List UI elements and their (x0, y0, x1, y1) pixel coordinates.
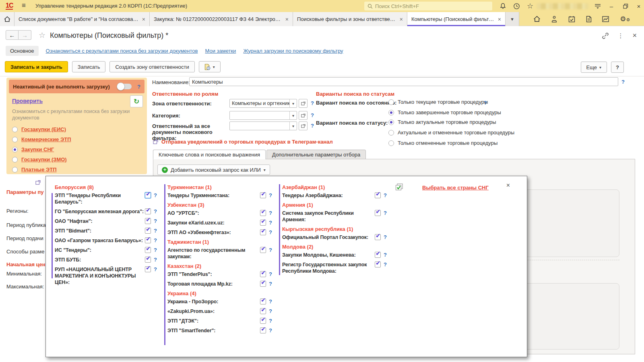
radio-button[interactable] (12, 157, 18, 162)
help-icon[interactable]: ? (154, 247, 157, 253)
help-icon[interactable]: ? (154, 257, 157, 263)
source-radio-row[interactable]: Коммерческие ЭТП (12, 134, 71, 144)
status-radio-row[interactable]: Только завершенные торговые процедуры (388, 109, 501, 115)
help-icon[interactable]: ? (269, 271, 272, 277)
document-tab[interactable]: Закупка: № 0127200000220003117 ФЗ 44 Эле… (150, 12, 293, 26)
save-close-button[interactable]: Записать и закрыть (5, 61, 68, 72)
platform-checkbox[interactable]: ✔ (145, 266, 151, 272)
radio-button[interactable] (12, 167, 18, 173)
open-frame-icon[interactable] (35, 180, 41, 185)
tab-close-icon[interactable]: × (285, 16, 289, 23)
document-tab[interactable]: Поисковые фильтры и зоны ответственности… (293, 12, 407, 26)
help-icon[interactable]: ? (311, 123, 314, 129)
help-icon[interactable]: ? (484, 100, 487, 106)
source-radio-row[interactable]: Госзакупки (ЕИС) (12, 124, 71, 134)
reports-chart-icon[interactable] (602, 16, 609, 22)
radio-button[interactable] (388, 99, 394, 105)
help-icon[interactable]: ? (269, 220, 272, 226)
help-icon[interactable]: ? (154, 208, 157, 214)
help-icon[interactable]: ? (137, 84, 140, 90)
form-tab[interactable]: Дополнительные параметры отбора (266, 150, 366, 159)
source-radio-row[interactable]: Закупки СНГ (12, 144, 71, 154)
settings-gears-icon[interactable]: ⚙⚙ (620, 15, 630, 23)
main-menu-icon[interactable]: ≡ (22, 2, 26, 10)
contractors-icon[interactable] (551, 16, 557, 23)
platform-checkbox[interactable]: ✔ (260, 210, 266, 216)
radio-button[interactable] (388, 130, 394, 136)
source-link[interactable]: Закупки СНГ (21, 146, 54, 152)
source-link[interactable]: Коммерческие ЭТП (21, 136, 71, 142)
help-icon[interactable]: ? (384, 261, 387, 267)
forward-button[interactable]: → (19, 30, 31, 40)
inactive-toggle[interactable] (118, 84, 132, 89)
status-radio-row[interactable]: Только текущие торговые процедуры (388, 99, 488, 105)
radio-button[interactable] (388, 140, 394, 146)
document-tab[interactable]: Компьютеры (Поисковый фильтр) *× (407, 12, 506, 26)
platform-checkbox[interactable]: ✔ (375, 192, 381, 198)
tools-settings-icon[interactable] (593, 2, 602, 10)
help-icon[interactable]: ? (384, 192, 387, 198)
telegram-link-row[interactable]: Отправка уведомлений о торговых процедур… (153, 139, 333, 145)
platform-checkbox[interactable]: ✔ (260, 220, 266, 226)
report-dropdown-button[interactable]: ▾ (199, 61, 221, 72)
create-zone-button[interactable]: Создать зону ответственности (109, 61, 194, 72)
more-actions-icon[interactable]: ⋮ (617, 32, 623, 39)
help-icon[interactable]: ? (384, 210, 387, 216)
refresh-button[interactable]: ↻ (130, 95, 143, 107)
document-tab[interactable]: Список документов "В работе" и "На согла… (14, 12, 150, 26)
more-button[interactable]: Еще▾ (581, 62, 607, 73)
help-icon[interactable]: ? (154, 218, 157, 224)
history-icon[interactable] (512, 2, 521, 10)
platform-checkbox[interactable]: ✔ (260, 327, 266, 333)
help-icon[interactable]: ? (384, 234, 387, 240)
platform-checkbox[interactable]: ✔ (145, 192, 151, 198)
status-radio-row[interactable]: Только актуальные торговые процедуры (388, 119, 496, 125)
platform-checkbox[interactable]: ✔ (260, 247, 266, 253)
documents-icon[interactable] (586, 16, 592, 23)
chevron-down-icon[interactable]: ▾ (289, 99, 297, 107)
source-link[interactable]: Госзакупки (ЗМО) (21, 156, 67, 162)
nav-link[interactable]: Мои заметки (205, 48, 236, 54)
tab-close-icon[interactable]: × (400, 16, 403, 23)
notifications-bell-icon[interactable] (498, 2, 507, 10)
nav-link[interactable]: Ознакомиться с результатами поиска без з… (46, 48, 198, 54)
platform-checkbox[interactable]: ✔ (260, 229, 266, 235)
home-tab[interactable] (0, 12, 14, 26)
help-icon[interactable]: ? (154, 228, 157, 234)
form-tab[interactable]: Ключевые слова и поисковые выражения (153, 150, 266, 159)
help-icon[interactable]: ? (154, 237, 157, 243)
chevron-down-icon[interactable]: ▾ (289, 122, 297, 130)
status-radio-row[interactable]: Актуальные и отмененные торговые процеду… (388, 130, 514, 136)
close-form-icon[interactable]: × (632, 31, 637, 40)
radio-button[interactable] (12, 137, 18, 142)
help-icon[interactable]: ? (154, 266, 157, 272)
help-icon[interactable]: ? (269, 308, 272, 314)
help-icon[interactable]: ? (311, 112, 314, 118)
check-link[interactable]: Проверить (12, 98, 43, 104)
platform-checkbox[interactable]: ✔ (145, 257, 151, 263)
tab-list-dropdown[interactable]: ▾ (506, 12, 519, 26)
radio-button[interactable] (12, 147, 18, 152)
field-combobox[interactable]: ▾ (229, 111, 297, 120)
source-radio-row[interactable]: Платные ЭТП (12, 165, 71, 175)
favorite-star-icon[interactable]: ☆ (39, 31, 45, 40)
name-input[interactable]: Компьютеры (189, 77, 618, 86)
help-icon[interactable]: ? (269, 327, 272, 333)
platform-checkbox[interactable]: ✔ (260, 281, 266, 287)
platform-checkbox[interactable]: ✔ (145, 208, 151, 214)
platform-checkbox[interactable]: ✔ (145, 228, 151, 234)
help-icon[interactable]: ? (384, 252, 387, 258)
minimize-button[interactable]: – (607, 2, 616, 10)
tab-close-icon[interactable]: × (142, 16, 145, 23)
field-combobox[interactable]: Компьютеры и оргтехника▾ (229, 99, 297, 108)
help-icon[interactable]: ? (269, 318, 272, 324)
help-icon[interactable]: ? (269, 229, 272, 235)
radio-button[interactable] (12, 127, 18, 132)
help-icon[interactable]: ? (311, 100, 314, 106)
platform-checkbox[interactable]: ✔ (375, 252, 381, 258)
get-link-icon[interactable] (602, 33, 609, 39)
source-radio-row[interactable]: Госзакупки (ЗМО) (12, 154, 71, 165)
status-radio-row[interactable]: Только отмененные торговые процедуры (388, 140, 497, 146)
help-icon[interactable]: ? (269, 298, 272, 304)
platform-checkbox[interactable]: ✔ (145, 247, 151, 253)
